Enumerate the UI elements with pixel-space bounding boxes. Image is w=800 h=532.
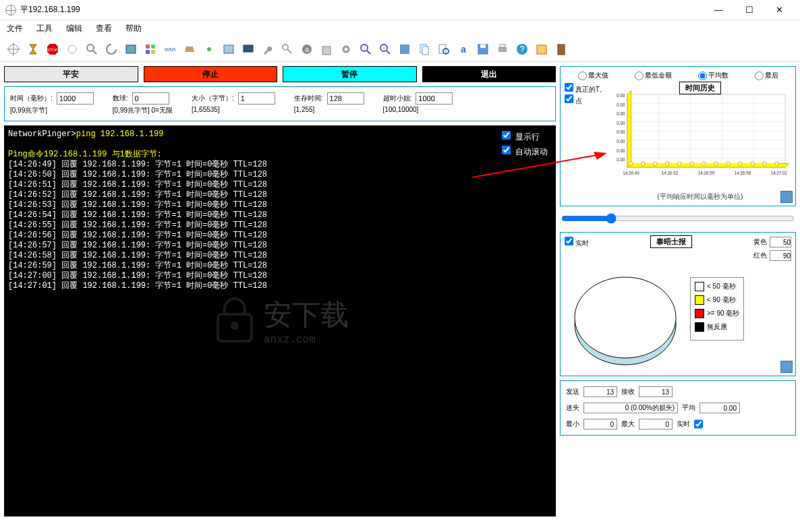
time-input[interactable]	[57, 92, 94, 105]
search-icon[interactable]	[82, 40, 101, 59]
showline-checkbox[interactable]: 显示行	[502, 131, 548, 143]
realtime-checkbox[interactable]: 实时	[565, 237, 589, 248]
ttl-label: 生存时间:	[294, 94, 323, 103]
svg-point-77	[751, 162, 754, 165]
real-checkbox[interactable]: 真正的T。	[565, 83, 606, 94]
svg-text:14:26:52: 14:26:52	[662, 171, 679, 175]
save-pie-icon[interactable]	[780, 361, 793, 373]
svg-rect-41	[537, 45, 546, 54]
wmi-icon[interactable]: WMI	[161, 40, 179, 59]
menu-help[interactable]: 帮助	[125, 23, 142, 34]
svg-point-73	[702, 162, 706, 165]
calendar-icon[interactable]	[532, 40, 551, 59]
hourglass-icon[interactable]	[24, 40, 42, 59]
console-line: [14:26:50] 回覆 192.168.1.199: 字节=1 时间=0毫秒…	[8, 170, 552, 180]
svg-rect-21	[322, 47, 331, 55]
image-icon[interactable]	[121, 40, 140, 59]
svg-point-6	[87, 45, 94, 51]
max-label: 最大	[621, 419, 635, 429]
rt-label: 实时	[677, 419, 690, 429]
yellow-input[interactable]	[770, 237, 791, 247]
copy-icon[interactable]	[415, 40, 434, 59]
zoom-slider[interactable]	[561, 213, 795, 224]
svg-point-70	[666, 162, 669, 165]
save-icon[interactable]	[474, 40, 492, 59]
console-line: [14:26:51] 回覆 192.168.1.199: 字节=1 时间=0毫秒…	[8, 180, 552, 190]
zoom-minus-icon[interactable]: -	[356, 40, 375, 59]
window-title: 平192.168.1.199	[20, 4, 704, 16]
rt-checkbox[interactable]	[694, 419, 703, 430]
font-icon[interactable]: a	[454, 40, 473, 59]
zoom-plus-icon[interactable]: +	[376, 40, 395, 59]
svg-point-68	[641, 162, 645, 165]
menu-edit[interactable]: 编辑	[66, 23, 82, 34]
save-chart-icon[interactable]	[780, 191, 793, 203]
monitor-icon[interactable]	[239, 40, 258, 59]
radio-min[interactable]: 最低金额	[635, 71, 672, 80]
ping-button[interactable]: 平安	[4, 66, 138, 82]
crosshair-icon[interactable]	[63, 40, 82, 59]
ship-icon[interactable]	[180, 40, 199, 59]
timeout-label: 超时小姐:	[383, 94, 412, 103]
svg-text:WMI: WMI	[165, 47, 175, 53]
stop-icon[interactable]: STOP	[43, 40, 62, 59]
menu-tools[interactable]: 工具	[36, 23, 53, 34]
help-icon[interactable]: ?	[513, 40, 532, 59]
svg-text:0.00: 0.00	[617, 139, 625, 144]
building-icon[interactable]	[317, 40, 336, 59]
radio-max[interactable]: 最大值	[578, 71, 608, 80]
maximize-button[interactable]: ☐	[734, 1, 764, 20]
wrench-icon[interactable]	[258, 40, 277, 59]
svg-text:0.00: 0.00	[617, 148, 625, 153]
chart1-caption: (平均响应时间以毫秒为单位)	[609, 192, 791, 202]
timeout-input[interactable]	[416, 92, 453, 105]
list-icon[interactable]	[395, 40, 414, 59]
stop-button[interactable]: 停止	[144, 66, 278, 82]
min-label: 最小	[566, 419, 579, 429]
close-button[interactable]: ✕	[764, 1, 795, 20]
svg-point-79	[775, 162, 778, 165]
refresh-icon[interactable]	[102, 40, 121, 59]
radio-avg[interactable]: 平均数	[698, 71, 728, 80]
window-icon[interactable]	[219, 40, 238, 59]
console-line: [14:26:54] 回覆 192.168.1.199: 字节=1 时间=0毫秒…	[8, 210, 552, 220]
door-icon[interactable]	[552, 40, 571, 59]
grid-icon[interactable]	[141, 40, 160, 59]
menu-view[interactable]: 查看	[96, 23, 112, 34]
gear-icon[interactable]	[337, 40, 355, 59]
svg-point-86	[575, 277, 676, 358]
autoscroll-checkbox[interactable]: 自动滚动	[502, 146, 548, 158]
menu-file[interactable]: 文件	[7, 23, 23, 34]
console-line: [14:27:01] 回覆 192.168.1.199: 字节=1 时间=0毫秒…	[8, 281, 552, 291]
time-label: 时间（毫秒）:	[10, 94, 53, 103]
app-icon	[5, 5, 16, 16]
svg-rect-9	[146, 45, 150, 49]
sent-value	[583, 386, 617, 397]
svg-text:0.00: 0.00	[617, 157, 625, 162]
legend-lt50: < 50 毫秒	[695, 282, 739, 291]
minimize-button[interactable]: —	[704, 1, 734, 20]
ping-icon[interactable]	[200, 40, 219, 59]
radio-last[interactable]: 最后	[755, 71, 778, 80]
max-value	[639, 419, 673, 430]
svg-rect-31	[422, 47, 428, 55]
exit-button[interactable]: 退出	[422, 66, 556, 82]
ttl-input[interactable]	[327, 92, 364, 105]
svg-line-18	[287, 49, 291, 53]
at-icon[interactable]: a	[297, 40, 316, 59]
count-input[interactable]	[132, 92, 169, 105]
svg-point-44	[231, 322, 239, 330]
chart1-title: 时间历史	[679, 82, 721, 94]
key-icon[interactable]	[278, 40, 297, 59]
avg-value	[699, 403, 740, 413]
pause-button[interactable]: 暂停	[283, 66, 417, 82]
point-checkbox[interactable]: 点	[565, 94, 606, 106]
size-input[interactable]	[238, 92, 275, 105]
svg-text:+: +	[382, 45, 386, 51]
target-icon[interactable]	[4, 40, 23, 59]
find-icon[interactable]	[434, 40, 453, 59]
svg-text:0.00: 0.00	[617, 111, 625, 116]
red-input[interactable]	[770, 250, 791, 261]
svg-point-69	[654, 162, 657, 165]
print-icon[interactable]	[493, 40, 512, 59]
